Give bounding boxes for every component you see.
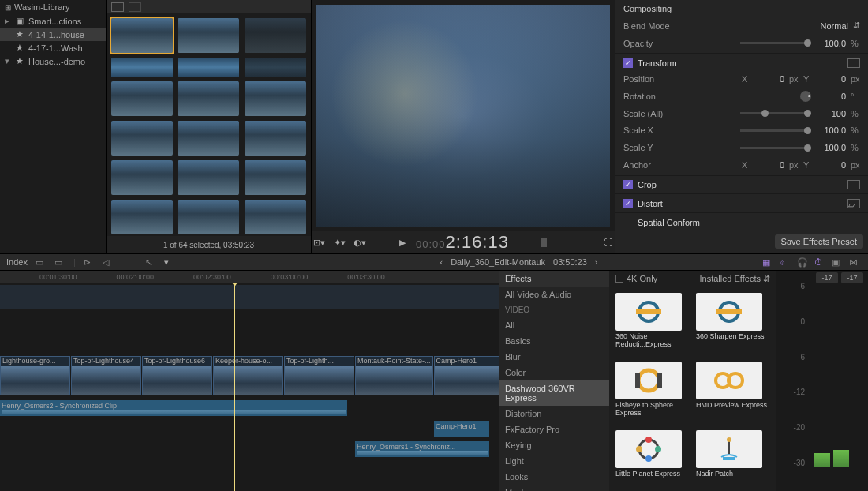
scale-y-slider[interactable] (740, 147, 811, 149)
clip-thumb[interactable] (245, 160, 306, 195)
effects-category[interactable]: Basics (499, 333, 609, 349)
scale-all-slider[interactable] (740, 112, 811, 114)
chevron-updown-icon[interactable]: ⇵ (853, 21, 860, 31)
library-item-0414[interactable]: ★ 4-14-1...house (0, 28, 106, 41)
clip-thumb[interactable] (111, 18, 173, 53)
timeline-clip[interactable]: Top-of-Lighth... (284, 356, 354, 395)
crop-tool-icon[interactable] (847, 180, 860, 189)
distort-header-row[interactable]: Distort ▱ (615, 193, 868, 211)
spatial-conform-row[interactable]: Spatial Conform (615, 212, 868, 230)
clip-thumb[interactable] (245, 121, 306, 156)
distort-checkbox[interactable] (623, 199, 633, 208)
library-item-0417[interactable]: ★ 4-17-1...Wash (0, 41, 106, 54)
transform-header-row[interactable]: Transform (615, 53, 868, 70)
effect-item[interactable]: Nadir Patch (696, 430, 770, 485)
effects-category[interactable]: Distortion (499, 406, 609, 422)
clip-appearance-icon[interactable]: ▭ (54, 257, 65, 267)
filmstrip-icon[interactable] (111, 2, 124, 12)
transform-checkbox[interactable] (623, 58, 633, 68)
clip-thumb[interactable] (178, 200, 239, 234)
effects-category[interactable]: Light (499, 453, 609, 469)
browser-grid[interactable] (107, 13, 311, 236)
timeline-ruler[interactable]: 00:01:30:00 00:02:00:00 00:02:30:00 00:0… (0, 271, 499, 283)
clip-thumb[interactable] (245, 200, 306, 234)
audio-clip[interactable]: Henry_Osmers1 - Synchroniz... (355, 441, 489, 457)
effects-category[interactable]: Keying (499, 437, 609, 453)
crop-header-row[interactable]: Crop (615, 175, 868, 193)
clip-thumb[interactable] (245, 18, 306, 53)
scale-y-value[interactable]: 100.0 (816, 143, 846, 152)
effects-browser-icon[interactable]: ▦ (762, 257, 773, 267)
nav-prev-icon[interactable]: ‹ (440, 257, 443, 267)
index-button[interactable]: Index (6, 257, 28, 267)
transform-menu[interactable]: ✦▾ (332, 235, 346, 249)
snap-icon[interactable]: ⊳ (84, 257, 95, 267)
transitions-icon[interactable]: ⟐ (780, 257, 791, 267)
distort-tool-icon[interactable]: ▱ (847, 199, 860, 208)
library-item-house[interactable]: ▾ ★ House...-demo (0, 54, 106, 68)
scale-all-value[interactable]: 100 (816, 109, 846, 118)
scale-x-slider[interactable] (740, 129, 811, 132)
effects-filter-menu[interactable]: Installed Effects ⇵ (699, 274, 770, 284)
anchor-y[interactable]: 0 (816, 160, 846, 170)
effects-grid[interactable]: 360 Noise Reducti...Express 360 Sharpen … (609, 287, 776, 491)
viewer-canvas[interactable] (316, 5, 610, 227)
chevron-down-icon[interactable]: ▾ (164, 257, 169, 268)
clip-thumb[interactable] (111, 81, 173, 116)
clip-appearance-icon[interactable]: ▭ (36, 257, 47, 267)
audio-meter-icon[interactable] (537, 235, 552, 249)
clip-waveform[interactable] (245, 58, 306, 77)
effects-category[interactable]: All (499, 317, 609, 333)
share-icon[interactable]: ▣ (832, 257, 843, 267)
effect-item[interactable]: Fisheye to Sphere Express (615, 362, 690, 424)
timeline-clip[interactable]: Camp-Hero1 (434, 356, 499, 395)
timeline-clip[interactable]: Top-of-Lighthouse6 (142, 356, 212, 395)
effects-category[interactable]: FxFactory Pro (499, 422, 609, 437)
clip-waveform[interactable] (111, 58, 173, 77)
clip-thumb[interactable] (245, 81, 306, 116)
clip-waveform[interactable] (178, 58, 239, 77)
effect-item[interactable]: HMD Preview Express (696, 362, 770, 424)
library-header[interactable]: ⊞ Wasim-Library (0, 0, 106, 14)
effects-category[interactable]: All Video & Audio (499, 287, 609, 302)
clip-thumb[interactable] (111, 160, 173, 195)
crop-checkbox[interactable] (623, 180, 633, 189)
headphones-icon[interactable]: 🎧 (797, 257, 808, 267)
clip-thumb[interactable] (178, 81, 239, 116)
nav-next-icon[interactable]: › (595, 257, 598, 267)
position-x[interactable]: 0 (754, 74, 784, 84)
color-menu[interactable]: ◐▾ (353, 235, 367, 249)
effect-item[interactable]: Little Planet Express (615, 430, 690, 485)
effects-category[interactable]: Color (499, 365, 609, 380)
list-icon[interactable] (129, 2, 141, 12)
clip-thumb[interactable] (178, 160, 239, 195)
anchor-x[interactable]: 0 (754, 160, 784, 170)
view-menu[interactable]: ⊡▾ (312, 235, 326, 249)
effects-category[interactable]: Looks (499, 469, 609, 485)
clip-thumb[interactable] (111, 121, 173, 156)
audio-clip[interactable]: Henry_Osmers2 - Synchronized Clip (0, 400, 347, 416)
timeline-clip[interactable]: Keeper-house-o... (213, 356, 283, 395)
clip-thumb[interactable] (178, 18, 239, 53)
timeline-clip[interactable]: Lighthouse-gro... (0, 356, 70, 395)
fullscreen-icon[interactable]: ⛶ (600, 235, 615, 249)
select-tool[interactable]: ↖ (145, 257, 156, 267)
rotation-value[interactable]: 0 (816, 92, 846, 101)
timeline-icon[interactable]: ⋈ (849, 257, 860, 267)
timeline-clip[interactable]: Montauk-Point-State-... (355, 356, 433, 395)
timeline-clip[interactable]: Top-of-Lighthouse4 (71, 356, 141, 395)
blend-mode-value[interactable]: Normal (818, 21, 848, 31)
scale-x-value[interactable]: 100.0 (816, 126, 846, 135)
audio-clip[interactable]: Camp-Hero1 (434, 421, 489, 437)
effect-item[interactable]: 360 Sharpen Express (696, 293, 770, 355)
effects-category[interactable]: Dashwood 360VR Express (499, 380, 609, 406)
opacity-value[interactable]: 100.0 (816, 39, 846, 48)
timeline-tracks[interactable]: Lighthouse-gro... Top-of-Lighthouse4 Top… (0, 283, 499, 491)
playhead[interactable] (234, 283, 235, 491)
video-track[interactable] (0, 285, 499, 309)
opacity-slider[interactable] (740, 42, 811, 44)
clip-thumb[interactable] (111, 200, 173, 234)
skim-icon[interactable]: ◁ (103, 257, 114, 267)
effects-category[interactable]: Blur (499, 349, 609, 365)
position-y[interactable]: 0 (816, 74, 846, 84)
